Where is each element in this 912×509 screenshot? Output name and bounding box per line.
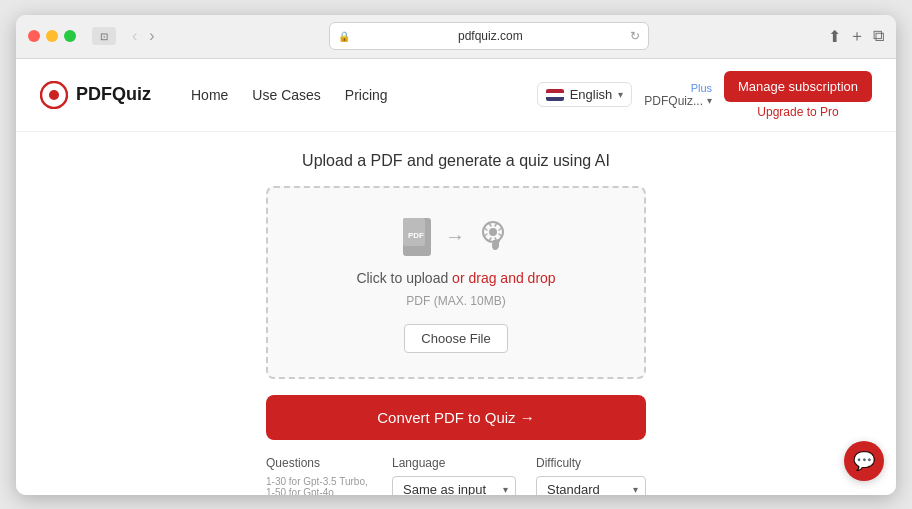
logo-icon [40, 81, 68, 109]
nav-home[interactable]: Home [191, 87, 228, 103]
page-title: Upload a PDF and generate a quiz using A… [302, 152, 610, 170]
svg-point-6 [489, 228, 497, 236]
difficulty-label: Difficulty [536, 456, 646, 470]
logo-text: PDFQuiz [76, 84, 151, 105]
click-to-upload-label: Click to upload [356, 270, 452, 286]
questions-label: Questions [266, 456, 372, 470]
user-label: PDFQuiz... [644, 94, 703, 108]
upload-dropzone[interactable]: PDF → Click to upload or drag and drop [266, 186, 646, 379]
close-button[interactable] [28, 30, 40, 42]
upload-text: Click to upload or drag and drop [356, 270, 555, 286]
upload-subtext: PDF (MAX. 10MB) [406, 294, 505, 308]
difficulty-select-wrapper: Standard Easy Hard ▾ [536, 476, 646, 495]
language-select-wrapper: Same as input English Spanish French ▾ [392, 476, 516, 495]
new-tab-button[interactable]: ＋ [849, 26, 865, 47]
toolbar-actions: ⬆ ＋ ⧉ [828, 26, 884, 47]
upload-icon-row: PDF → [401, 216, 511, 258]
flag-icon [546, 89, 564, 101]
ai-process-icon [473, 218, 511, 256]
language-option: Language Same as input English Spanish F… [392, 456, 516, 495]
title-bar: ⊡ ‹ › 🔒 pdfquiz.com ↻ ⬆ ＋ ⧉ [16, 15, 896, 59]
chat-icon: 💬 [853, 450, 875, 472]
logo[interactable]: PDFQuiz [40, 81, 151, 109]
window-controls: ⊡ [92, 27, 116, 45]
main-content: Upload a PDF and generate a quiz using A… [16, 132, 896, 495]
questions-option: Questions 1-30 for Gpt-3.5 Turbo, 1-50 f… [266, 456, 372, 495]
nav-bar: PDFQuiz Home Use Cases Pricing English ▾… [16, 59, 896, 132]
lock-icon: 🔒 [338, 31, 350, 42]
convert-pdf-button[interactable]: Convert PDF to Quiz → [266, 395, 646, 440]
questions-sublabel: 1-30 for Gpt-3.5 Turbo, 1-50 for Gpt-4o [266, 476, 372, 495]
language-label: English [570, 87, 613, 102]
svg-text:PDF: PDF [408, 231, 424, 240]
svg-point-1 [49, 90, 59, 100]
nav-use-cases[interactable]: Use Cases [252, 87, 320, 103]
sidebar-toggle[interactable]: ⊡ [92, 27, 116, 45]
fullscreen-button[interactable] [64, 30, 76, 42]
plus-label: Plus [691, 82, 712, 94]
chat-bubble-button[interactable]: 💬 [844, 441, 884, 481]
choose-file-button[interactable]: Choose File [404, 324, 507, 353]
nav-pricing[interactable]: Pricing [345, 87, 388, 103]
user-menu: Plus PDFQuiz... ▾ [644, 82, 712, 108]
nav-links: Home Use Cases Pricing [191, 87, 505, 103]
difficulty-option: Difficulty Standard Easy Hard ▾ [536, 456, 646, 495]
arrow-right-icon: → [445, 225, 465, 248]
back-button[interactable]: ‹ [128, 25, 141, 47]
browser-nav-arrows: ‹ › [128, 25, 159, 47]
drag-drop-label: or drag and drop [452, 270, 556, 286]
traffic-lights [28, 30, 76, 42]
chevron-down-icon: ▾ [618, 89, 623, 100]
forward-button[interactable]: › [145, 25, 158, 47]
nav-right: English ▾ Plus PDFQuiz... ▾ Manage subsc… [537, 71, 872, 119]
address-bar[interactable]: 🔒 pdfquiz.com ↻ [329, 22, 649, 50]
user-chevron-icon: ▾ [707, 95, 712, 106]
options-row: Questions 1-30 for Gpt-3.5 Turbo, 1-50 f… [266, 456, 646, 495]
share-button[interactable]: ⬆ [828, 26, 841, 47]
language-selector[interactable]: English ▾ [537, 82, 633, 107]
upgrade-to-pro-link[interactable]: Upgrade to Pro [757, 105, 838, 119]
page-content: PDFQuiz Home Use Cases Pricing English ▾… [16, 59, 896, 495]
pdf-file-icon: PDF [401, 216, 437, 258]
minimize-button[interactable] [46, 30, 58, 42]
refresh-button[interactable]: ↻ [630, 29, 640, 43]
user-dropdown[interactable]: PDFQuiz... ▾ [644, 94, 712, 108]
language-select[interactable]: Same as input English Spanish French [392, 476, 516, 495]
manage-subscription-button[interactable]: Manage subscription [724, 71, 872, 102]
difficulty-select[interactable]: Standard Easy Hard [536, 476, 646, 495]
more-button[interactable]: ⧉ [873, 26, 884, 47]
url-text: pdfquiz.com [356, 29, 624, 43]
language-option-label: Language [392, 456, 516, 470]
